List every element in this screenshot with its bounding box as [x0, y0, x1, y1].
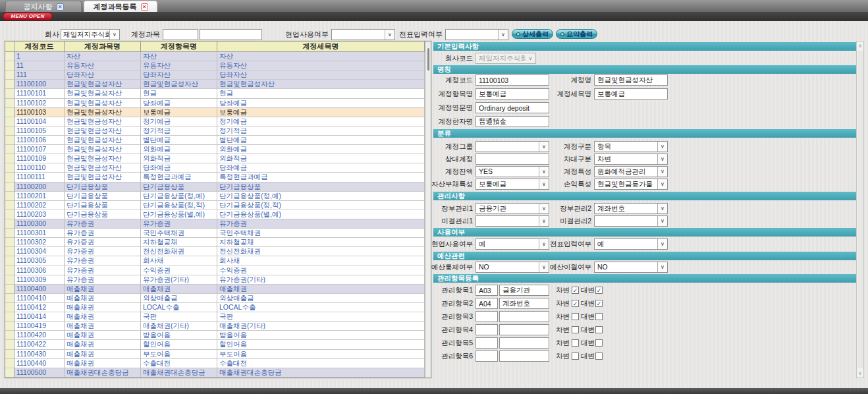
cell-item-name[interactable]: 유가증권 [141, 219, 217, 229]
cell-account-code[interactable]: 1 [14, 52, 65, 61]
row-selector[interactable] [5, 312, 14, 322]
cell-item-name[interactable]: 수출대전 [141, 359, 217, 368]
table-row[interactable]: 11유동자산유동자산유동자산 [5, 61, 425, 70]
cell-detail-name[interactable]: 할인어음 [217, 340, 425, 349]
row-selector[interactable] [5, 266, 14, 275]
cell-item-name[interactable]: 현금 [141, 89, 217, 98]
cell-account-name[interactable]: 현금및현금성자산 [65, 89, 141, 98]
cell-account-name[interactable]: 자산 [65, 52, 141, 61]
cell-item-name[interactable]: 단기금융상품(정,적) [141, 201, 217, 210]
cell-item-name[interactable]: 외상매출금 [141, 294, 217, 303]
pl-attr-select[interactable]: 현금및현금등가물∨ [594, 179, 668, 190]
summary-print-button[interactable]: 요약출력 [556, 29, 597, 39]
row-selector[interactable] [5, 89, 14, 98]
cell-account-name[interactable]: 매출채권대손충당금 [65, 368, 141, 378]
cell-account-name[interactable]: 매출채권 [65, 359, 141, 368]
table-row[interactable]: 11100430매출채권부도어음부도어음 [5, 350, 425, 359]
table-row[interactable]: 11100109현금및현금성자산외화적금외화적금 [5, 154, 425, 163]
cell-detail-name[interactable]: 받을어음 [217, 331, 425, 340]
table-row[interactable]: 11100422매출채권할인어음할인어음 [5, 340, 425, 349]
cell-account-code[interactable]: 11100111 [14, 173, 65, 182]
row-selector[interactable] [5, 108, 14, 117]
account-class-select[interactable]: 항목∨ [594, 141, 668, 152]
table-row[interactable]: 11100203단기금융상품단기금융상품(별,예)단기금융상품(별,예) [5, 210, 425, 219]
table-row[interactable]: 11100105현금및현금성자산정기적금정기적금 [5, 127, 425, 136]
row-selector[interactable] [5, 256, 14, 266]
table-row[interactable]: 11100111현금및현금성자산특정현금과예금특정현금과예금 [5, 173, 425, 182]
cell-account-code[interactable]: 11100104 [14, 117, 65, 127]
row-selector[interactable] [5, 275, 14, 285]
row-selector[interactable] [5, 359, 14, 368]
credit-checkbox[interactable]: ✓ [595, 287, 603, 294]
ledger2-select[interactable]: 계좌번호∨ [594, 203, 668, 214]
cell-account-code[interactable]: 11100304 [14, 247, 65, 256]
cell-item-name[interactable]: 자산 [141, 52, 217, 61]
cell-account-name[interactable]: 매출채권 [65, 294, 141, 303]
credit-checkbox[interactable] [595, 326, 603, 333]
mgmt-item-name-input[interactable] [499, 351, 549, 362]
cell-account-code[interactable]: 11 [14, 61, 65, 70]
cell-detail-name[interactable]: 당좌예금 [217, 163, 425, 173]
cell-account-code[interactable]: 11100410 [14, 294, 65, 303]
cell-detail-name[interactable]: 자산 [217, 52, 425, 61]
cell-item-name[interactable]: 수익증권 [141, 266, 217, 275]
cell-account-name[interactable]: 현금및현금성자산 [65, 154, 141, 163]
pending2-select[interactable]: ∨ [594, 215, 668, 227]
cell-account-name[interactable]: 현금및현금성자산 [65, 99, 141, 108]
detail-name-input[interactable] [594, 88, 668, 99]
row-selector[interactable] [5, 368, 14, 378]
table-row[interactable]: 11100104현금및현금성자산정기예금정기예금 [5, 117, 425, 127]
row-selector[interactable] [5, 61, 14, 70]
debit-checkbox[interactable]: ✓ [572, 300, 579, 307]
cell-account-name[interactable]: 단기금융상품 [65, 183, 141, 192]
cell-detail-name[interactable]: 유가증권(기타) [217, 275, 425, 285]
cell-account-code[interactable]: 11100414 [14, 312, 65, 322]
row-selector[interactable] [5, 219, 14, 229]
row-selector[interactable] [5, 285, 14, 294]
cell-account-code[interactable]: 11100300 [14, 219, 65, 229]
cell-item-name[interactable]: 정기예금 [141, 117, 217, 127]
cell-account-code[interactable]: 11100430 [14, 350, 65, 359]
scroll-up-icon[interactable]: ∧ [857, 43, 863, 49]
close-icon[interactable]: ✕ [141, 3, 148, 11]
cell-account-code[interactable]: 11100106 [14, 136, 65, 145]
row-selector[interactable] [5, 229, 14, 238]
cell-account-name[interactable]: 유가증권 [65, 275, 141, 285]
row-selector[interactable] [5, 52, 14, 61]
mgmt-item-code-input[interactable] [475, 311, 498, 322]
cell-item-name[interactable]: 받을어음 [141, 331, 217, 340]
cell-detail-name[interactable]: 특정현금과예금 [217, 173, 425, 182]
row-selector[interactable] [5, 154, 14, 163]
cell-detail-name[interactable]: 외화적금 [217, 154, 425, 163]
cell-item-name[interactable]: 부도어음 [141, 350, 217, 359]
debit-checkbox[interactable] [572, 313, 579, 320]
cell-account-code[interactable]: 11100309 [14, 275, 65, 285]
detail-print-button[interactable]: 상세출력 [512, 29, 553, 39]
menu-open-button[interactable]: MENU OPEN [3, 13, 53, 20]
mgmt-item-name-input[interactable] [499, 324, 549, 335]
debit-checkbox[interactable] [572, 326, 579, 333]
tab-notice[interactable]: 공지사항 ✕ [5, 1, 82, 12]
cell-detail-name[interactable]: 현금및현금성자산 [217, 80, 425, 89]
cell-detail-name[interactable]: 회사채 [217, 256, 425, 266]
cell-account-code[interactable]: 11100203 [14, 210, 65, 219]
table-row[interactable]: 11100412매출채권LOCAL수출LOCAL수출 [5, 303, 425, 312]
cell-account-name[interactable]: 단기금융상품 [65, 210, 141, 219]
account-name-filter-input[interactable] [200, 29, 262, 40]
cell-item-name[interactable]: 특정현금과예금 [141, 173, 217, 182]
cell-account-code[interactable]: 11100301 [14, 229, 65, 238]
account-attr-select[interactable]: 원화예적금관리∨ [594, 166, 668, 177]
table-row[interactable]: 11100202단기금융상품단기금융상품(정,적)단기금융상품(정,적) [5, 201, 425, 210]
mgmt-item-code-input[interactable] [475, 298, 498, 309]
table-row[interactable]: 11100101현금및현금성자산현금현금 [5, 89, 425, 98]
row-selector[interactable] [5, 136, 14, 145]
row-selector[interactable] [5, 145, 14, 154]
cell-detail-name[interactable]: 전신전화채권 [217, 247, 425, 256]
cell-account-code[interactable]: 11100400 [14, 285, 65, 294]
close-icon[interactable]: ✕ [57, 3, 64, 11]
account-name-input[interactable] [594, 74, 668, 86]
cell-account-code[interactable]: 11100440 [14, 359, 65, 368]
cell-item-name[interactable]: 매출채권(기타) [141, 322, 217, 331]
cell-item-name[interactable]: 국판 [141, 312, 217, 322]
cell-account-name[interactable]: 매출채권 [65, 331, 141, 340]
